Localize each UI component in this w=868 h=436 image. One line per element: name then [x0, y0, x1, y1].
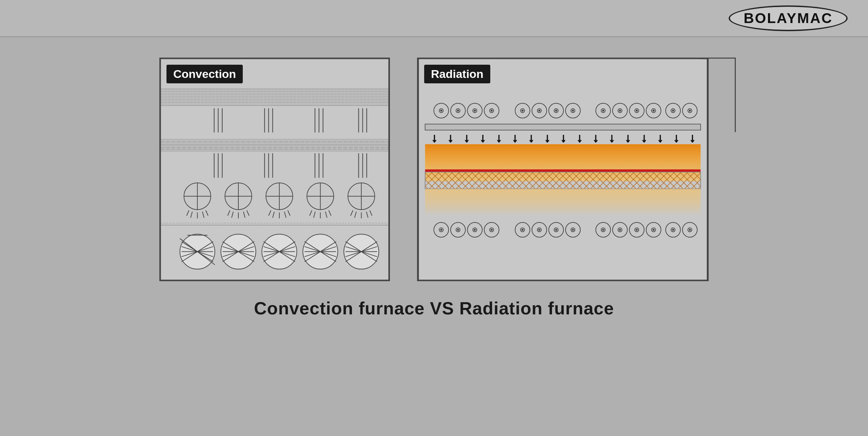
svg-text:↓: ↓	[448, 131, 454, 145]
svg-point-194	[522, 229, 523, 230]
svg-text:↓: ↓	[593, 131, 599, 145]
radiation-pipe-extension	[709, 58, 736, 132]
radiation-diagram: ↓ ↓ ↓ ↓ ↓ ↓ ↓ ↓ ↓ ↓ ↓ ↓ ↓ ↓ ↓	[418, 59, 708, 280]
svg-text:↓: ↓	[625, 131, 631, 145]
svg-point-203	[572, 229, 574, 230]
svg-point-148	[653, 110, 654, 111]
svg-text:↓: ↓	[512, 131, 518, 145]
svg-point-185	[457, 229, 459, 230]
svg-point-151	[672, 110, 674, 111]
logo-text: BOLAYMAC	[744, 10, 833, 26]
svg-text:↓: ↓	[496, 131, 502, 145]
convection-diagram	[160, 59, 389, 280]
svg-point-200	[555, 229, 557, 230]
svg-rect-21	[160, 145, 389, 151]
svg-point-206	[603, 229, 604, 230]
svg-point-142	[619, 110, 620, 111]
svg-point-209	[619, 229, 620, 230]
logo: BOLAYMAC	[729, 5, 848, 31]
svg-point-212	[636, 229, 637, 230]
svg-point-154	[689, 110, 691, 111]
svg-point-118	[457, 110, 459, 111]
svg-point-136	[572, 110, 574, 111]
svg-rect-176	[425, 169, 701, 172]
svg-point-145	[636, 110, 637, 111]
diagrams-row: Convection	[27, 58, 841, 281]
svg-point-215	[653, 229, 654, 230]
svg-point-115	[440, 110, 442, 111]
svg-point-221	[689, 229, 691, 230]
svg-point-182	[440, 229, 442, 230]
svg-text:↓: ↓	[528, 131, 534, 145]
svg-point-124	[491, 110, 492, 111]
svg-point-188	[474, 229, 475, 230]
radiation-label: Radiation	[424, 65, 490, 83]
svg-text:↓: ↓	[464, 131, 470, 145]
svg-point-127	[522, 110, 523, 111]
svg-text:↓: ↓	[690, 131, 696, 145]
svg-text:↓: ↓	[545, 131, 551, 145]
svg-point-191	[491, 229, 492, 230]
convection-label: Convection	[166, 65, 243, 83]
radiation-wrapper: Radiation	[417, 58, 709, 281]
svg-point-139	[603, 110, 604, 111]
svg-text:↓: ↓	[577, 131, 583, 145]
svg-text:↓: ↓	[480, 131, 486, 145]
bottom-caption: Convection furnace VS Radiation furnace	[254, 298, 614, 318]
svg-text:↓: ↓	[657, 131, 663, 145]
svg-rect-155	[425, 124, 701, 130]
radiation-panel: Radiation	[417, 58, 709, 281]
svg-point-130	[539, 110, 540, 111]
svg-point-197	[539, 229, 540, 230]
svg-text:↓: ↓	[673, 131, 679, 145]
main-content: Convection	[0, 37, 868, 332]
svg-rect-177	[425, 172, 701, 189]
svg-text:↓: ↓	[560, 131, 567, 145]
svg-point-121	[474, 110, 475, 111]
svg-text:↓: ↓	[609, 131, 615, 145]
svg-point-133	[555, 110, 557, 111]
svg-rect-179	[425, 189, 701, 215]
svg-text:↓: ↓	[432, 131, 438, 145]
svg-point-218	[672, 229, 674, 230]
top-bar: BOLAYMAC	[0, 0, 868, 37]
convection-panel: Convection	[159, 58, 390, 281]
svg-text:↓: ↓	[641, 131, 647, 145]
